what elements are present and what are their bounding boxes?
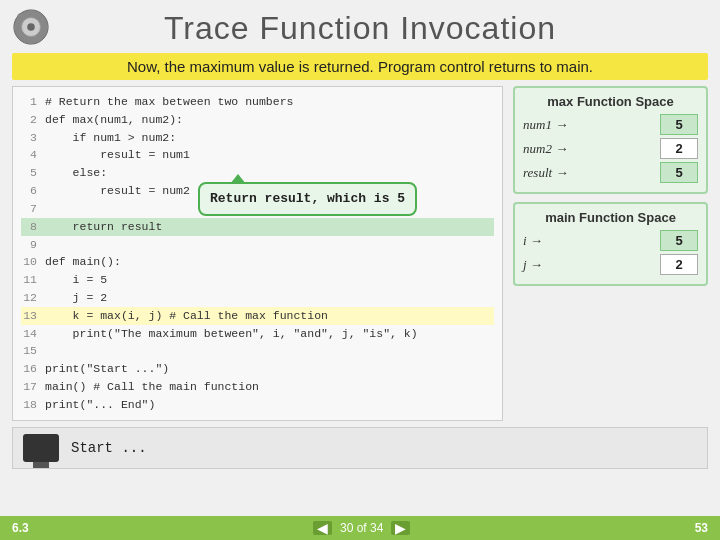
code-line-14: 14 print("The maximum between", i, "and"…: [21, 325, 494, 343]
footer-right: 53: [695, 521, 708, 535]
logo: [12, 8, 52, 48]
code-line-12: 12 j = 2: [21, 289, 494, 307]
max-function-space-title: max Function Space: [523, 94, 698, 109]
code-text-8: return result: [45, 218, 162, 236]
code-text-13: k = max(i, j) # Call the max function: [45, 307, 328, 325]
main-var-label-j: j →: [523, 257, 543, 273]
page-title: Trace Function Invocation: [0, 0, 720, 53]
max-var-label-num1: num1 →: [523, 117, 568, 133]
svg-rect-4: [29, 39, 33, 44]
line-num-9: 9: [21, 236, 37, 254]
footer-bar: 6.3 ◀ 30 of 34 ▶ 53: [0, 516, 720, 540]
max-function-space: max Function Space num1 → 5 num2 → 2 res…: [513, 86, 708, 194]
code-text-2: def max(num1, num2):: [45, 111, 183, 129]
max-var-label-result: result →: [523, 165, 568, 181]
code-line-18: 18 print("... End"): [21, 396, 494, 414]
line-num-7: 7: [21, 200, 37, 218]
line-num-3: 3: [21, 129, 37, 147]
max-var-label-num2: num2 →: [523, 141, 568, 157]
max-var-value-num1: 5: [660, 114, 698, 135]
main-var-label-i: i →: [523, 233, 543, 249]
code-line-10: 10 def main():: [21, 253, 494, 271]
max-var-row-result: result → 5: [523, 162, 698, 183]
code-line-9: 9: [21, 236, 494, 254]
svg-rect-5: [14, 25, 19, 29]
svg-rect-6: [43, 25, 48, 29]
line-num-17: 17: [21, 378, 37, 396]
line-num-2: 2: [21, 111, 37, 129]
main-var-value-i: 5: [660, 230, 698, 251]
code-line-8: 8 return result: [21, 218, 494, 236]
code-text-1: # Return the max between two numbers: [45, 93, 293, 111]
line-num-16: 16: [21, 360, 37, 378]
max-var-row-num2: num2 → 2: [523, 138, 698, 159]
line-num-4: 4: [21, 146, 37, 164]
code-text-17: main() # Call the main function: [45, 378, 259, 396]
code-line-16: 16 print("Start ..."): [21, 360, 494, 378]
code-panel: 1 # Return the max between two numbers 2…: [12, 86, 503, 421]
code-line-3: 3 if num1 > num2:: [21, 129, 494, 147]
code-line-2: 2 def max(num1, num2):: [21, 111, 494, 129]
tooltip-bubble: Return result, which is 5: [198, 182, 417, 216]
svg-rect-3: [29, 10, 33, 15]
line-num-18: 18: [21, 396, 37, 414]
line-num-1: 1: [21, 93, 37, 111]
line-num-6: 6: [21, 182, 37, 200]
prev-page-button[interactable]: ◀: [313, 521, 332, 535]
svg-point-2: [27, 23, 35, 31]
code-text-6: result = num2: [45, 182, 190, 200]
main-content: 1 # Return the max between two numbers 2…: [12, 86, 708, 421]
code-text-14: print("The maximum between", i, "and", j…: [45, 325, 418, 343]
max-var-value-result: 5: [660, 162, 698, 183]
line-num-14: 14: [21, 325, 37, 343]
code-text-4: result = num1: [45, 146, 190, 164]
code-text-12: j = 2: [45, 289, 107, 307]
line-num-12: 12: [21, 289, 37, 307]
code-line-1: 1 # Return the max between two numbers: [21, 93, 494, 111]
output-text: Start ...: [71, 440, 147, 456]
line-num-5: 5: [21, 164, 37, 182]
monitor-icon: [23, 434, 59, 462]
code-line-13: 13 k = max(i, j) # Call the max function: [21, 307, 494, 325]
main-function-space-title: main Function Space: [523, 210, 698, 225]
page-indicator: 30 of 34: [340, 521, 383, 535]
line-num-11: 11: [21, 271, 37, 289]
footer-left: 6.3: [12, 521, 29, 535]
footer-center: ◀ 30 of 34 ▶: [313, 521, 410, 535]
main-var-value-j: 2: [660, 254, 698, 275]
output-section: Start ...: [12, 427, 708, 469]
line-num-15: 15: [21, 342, 37, 360]
code-text-3: if num1 > num2:: [45, 129, 176, 147]
code-line-5: 5 else:: [21, 164, 494, 182]
code-text-11: i = 5: [45, 271, 107, 289]
max-var-value-num2: 2: [660, 138, 698, 159]
code-line-11: 11 i = 5: [21, 271, 494, 289]
code-text-16: print("Start ..."): [45, 360, 169, 378]
code-line-4: 4 result = num1: [21, 146, 494, 164]
line-num-8: 8: [21, 218, 37, 236]
main-var-row-j: j → 2: [523, 254, 698, 275]
code-text-10: def main():: [45, 253, 121, 271]
code-line-15: 15: [21, 342, 494, 360]
code-text-5: else:: [45, 164, 107, 182]
code-text-18: print("... End"): [45, 396, 155, 414]
line-num-10: 10: [21, 253, 37, 271]
right-panel: max Function Space num1 → 5 num2 → 2 res…: [513, 86, 708, 421]
main-var-row-i: i → 5: [523, 230, 698, 251]
main-function-space: main Function Space i → 5 j → 2: [513, 202, 708, 286]
banner: Now, the maximum value is returned. Prog…: [12, 53, 708, 80]
line-num-13: 13: [21, 307, 37, 325]
code-line-17: 17 main() # Call the main function: [21, 378, 494, 396]
next-page-button[interactable]: ▶: [391, 521, 410, 535]
max-var-row-num1: num1 → 5: [523, 114, 698, 135]
